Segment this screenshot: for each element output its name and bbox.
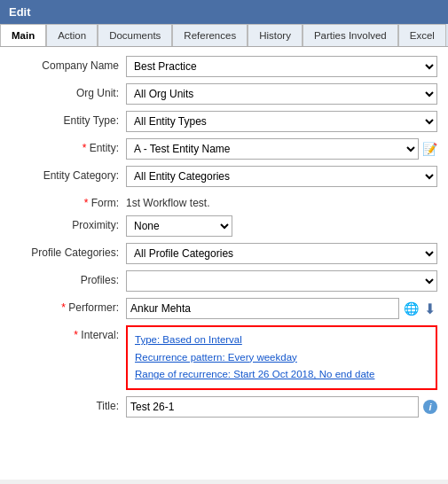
interval-link-type[interactable]: Type: Based on Interval bbox=[135, 332, 428, 349]
entity-input-group: A - Test Entity Name 📝 bbox=[126, 138, 437, 160]
form-control: 1st Workflow test. bbox=[126, 193, 437, 209]
entity-type-label: Entity Type: bbox=[11, 111, 126, 127]
profile-categories-control: All Profile Categories bbox=[126, 243, 437, 264]
profiles-select[interactable] bbox=[126, 270, 437, 292]
form-area: Company Name Best Practice Org Unit: All… bbox=[0, 47, 448, 480]
title-row: Title: i bbox=[11, 396, 437, 418]
entity-control: A - Test Entity Name 📝 bbox=[126, 138, 437, 160]
performer-control: 🌐 ⬇ bbox=[126, 298, 437, 319]
org-unit-row: Org Unit: All Org Units bbox=[11, 83, 437, 105]
company-name-select[interactable]: Best Practice bbox=[126, 56, 437, 77]
download-icon[interactable]: ⬇ bbox=[421, 301, 437, 316]
company-name-control: Best Practice bbox=[126, 56, 437, 77]
tabs-container: Main Action Documents References History… bbox=[0, 24, 448, 47]
entity-category-row: Entity Category: All Entity Categories bbox=[11, 166, 437, 187]
proximity-label: Proximity: bbox=[11, 215, 126, 231]
profiles-control bbox=[126, 270, 437, 292]
entity-edit-icon[interactable]: 📝 bbox=[422, 142, 437, 156]
profiles-label: Profiles: bbox=[11, 270, 126, 286]
tab-action[interactable]: Action bbox=[46, 24, 98, 46]
entity-type-control: All Entity Types bbox=[126, 111, 437, 132]
performer-icons: 🌐 ⬇ bbox=[403, 301, 437, 316]
interval-link-recurrence[interactable]: Recurrence pattern: Every weekday bbox=[135, 349, 428, 367]
title-label: Title: bbox=[11, 396, 126, 412]
info-icon[interactable]: i bbox=[423, 400, 437, 414]
entity-row: Entity: A - Test Entity Name 📝 bbox=[11, 138, 437, 160]
org-unit-select[interactable]: All Org Units bbox=[126, 83, 437, 105]
title-input-group: i bbox=[126, 396, 437, 418]
interval-box: Type: Based on Interval Recurrence patte… bbox=[126, 325, 437, 390]
globe-icon[interactable]: 🌐 bbox=[403, 301, 419, 316]
entity-category-select[interactable]: All Entity Categories bbox=[126, 166, 437, 187]
tab-main[interactable]: Main bbox=[0, 24, 46, 47]
performer-label: Performer: bbox=[11, 298, 126, 314]
tab-documents[interactable]: Documents bbox=[98, 24, 172, 46]
profiles-row: Profiles: bbox=[11, 270, 437, 292]
interval-control: Type: Based on Interval Recurrence patte… bbox=[126, 325, 437, 390]
form-row: Form: 1st Workflow test. bbox=[11, 193, 437, 209]
tab-excel[interactable]: Excel bbox=[398, 24, 446, 46]
company-name-row: Company Name Best Practice bbox=[11, 56, 437, 77]
org-unit-label: Org Unit: bbox=[11, 83, 126, 99]
title-bar-label: Edit bbox=[9, 5, 31, 19]
profile-categories-select[interactable]: All Profile Categories bbox=[126, 243, 437, 264]
entity-category-control: All Entity Categories bbox=[126, 166, 437, 187]
entity-label: Entity: bbox=[11, 138, 126, 154]
profile-categories-row: Profile Categories: All Profile Categori… bbox=[11, 243, 437, 264]
org-unit-control: All Org Units bbox=[126, 83, 437, 105]
company-name-label: Company Name bbox=[11, 56, 126, 72]
form-value: 1st Workflow test. bbox=[126, 193, 209, 209]
title-control: i bbox=[126, 396, 437, 418]
tab-parties-involved[interactable]: Parties Involved bbox=[303, 24, 398, 46]
profile-categories-label: Profile Categories: bbox=[11, 243, 126, 259]
tab-history[interactable]: History bbox=[248, 24, 303, 46]
title-input[interactable] bbox=[126, 396, 419, 418]
interval-label: Interval: bbox=[11, 325, 126, 341]
title-bar: Edit bbox=[0, 0, 448, 24]
proximity-control: None bbox=[126, 215, 437, 237]
proximity-select[interactable]: None bbox=[126, 215, 232, 237]
performer-input-group: 🌐 ⬇ bbox=[126, 298, 437, 319]
performer-row: Performer: 🌐 ⬇ bbox=[11, 298, 437, 319]
entity-category-label: Entity Category: bbox=[11, 166, 126, 182]
form-label: Form: bbox=[11, 193, 126, 209]
entity-type-row: Entity Type: All Entity Types bbox=[11, 111, 437, 132]
entity-select[interactable]: A - Test Entity Name bbox=[126, 138, 419, 160]
interval-link-range[interactable]: Range of recurrence: Start 26 Oct 2018, … bbox=[135, 366, 428, 384]
entity-type-select[interactable]: All Entity Types bbox=[126, 111, 437, 132]
interval-row: Interval: Type: Based on Interval Recurr… bbox=[11, 325, 437, 390]
performer-input[interactable] bbox=[126, 298, 399, 319]
proximity-row: Proximity: None bbox=[11, 215, 437, 237]
tab-references[interactable]: References bbox=[172, 24, 248, 46]
